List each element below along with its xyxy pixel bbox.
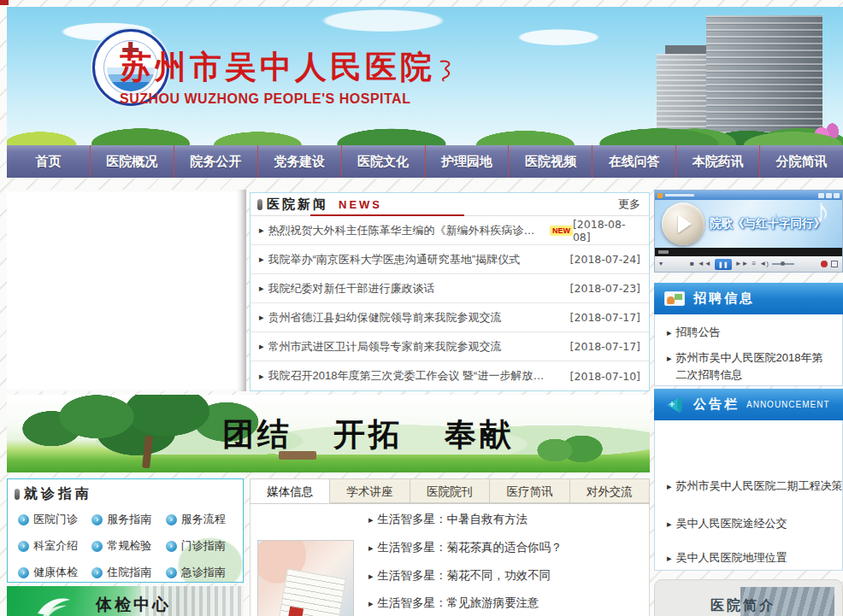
- nav-item-open-affairs[interactable]: 院务公开: [174, 145, 258, 178]
- seek-label-decor: [658, 250, 669, 254]
- blue-circle-icon: ›: [91, 567, 103, 578]
- guide-item-label: 常规检验: [107, 538, 151, 554]
- visit-guide-section: 就诊指南 ›医院门诊 ›服务指南 ›服务流程 ›科室介绍 ›常规检验 ›门诊指南…: [7, 478, 244, 583]
- guide-item-outpatient-guide[interactable]: ›门诊指南: [166, 538, 239, 554]
- video-caption: 院歌《与红十字同行》: [710, 216, 825, 232]
- bullet-arrow-icon: ▸: [259, 341, 264, 352]
- media-item[interactable]: ▸生活智多星：菊花不同，功效不同: [368, 568, 551, 584]
- nav-item-nursing[interactable]: 护理园地: [426, 145, 510, 178]
- media-item[interactable]: ▸生活智多星：菊花茶真的适合你吗？: [368, 540, 563, 555]
- play-button[interactable]: [662, 202, 704, 245]
- record-icon[interactable]: [821, 261, 828, 267]
- player-titlebar: [655, 191, 842, 200]
- media-tabs-section: 媒体信息 学术讲座 医院院刊 医疗简讯 对外交流 ▸生活智多星：中暑自救有方法 …: [250, 478, 650, 616]
- previous-icon[interactable]: ◄◄: [698, 261, 711, 267]
- recruit-item[interactable]: ▸苏州市吴中人民医院2018年第二次招聘信息: [655, 345, 842, 388]
- media-item[interactable]: ▸生活智多星：中暑自救有方法: [368, 512, 528, 527]
- news-row[interactable]: ▸ 我院召开2018年度第三次党委工作会议 暨“进一步解放思想 [2018-07…: [251, 361, 649, 390]
- nav-item-pharmacy-news[interactable]: 本院药讯: [676, 145, 760, 178]
- media-item[interactable]: ▸生活智多星：常见旅游病要注意: [368, 595, 539, 611]
- video-player[interactable]: ♪ ♪ 院歌《与红十字同行》 ▾ ■ ◄◄ ❚❚ ►► ≡ ◄): [654, 190, 843, 273]
- news-item-title[interactable]: 我院纪委对新任干部进行廉政谈话: [268, 281, 435, 296]
- news-item-title[interactable]: 常州市武进区卫计局领导专家前来我院参观交流: [268, 339, 502, 355]
- media-photo: [257, 540, 354, 616]
- news-row[interactable]: ▸ 贵州省德江县妇幼保健院领导前来我院参观交流 [2018-07-17]: [251, 303, 649, 332]
- small-tree-decor: [532, 436, 609, 465]
- checkup-center-banner[interactable]: 体检中心: [7, 586, 244, 616]
- nav-item-culture[interactable]: 医院文化: [342, 145, 426, 178]
- player-logo-icon: [657, 193, 663, 198]
- next-icon[interactable]: ►►: [735, 261, 749, 267]
- tab-medical-briefs[interactable]: 医疗简讯: [490, 479, 569, 503]
- hospital-name-cn-text: 苏州市吴中人民医院: [120, 50, 435, 85]
- volume-icon[interactable]: ◄): [759, 261, 769, 267]
- news-more-link[interactable]: 更多: [618, 197, 640, 212]
- news-row[interactable]: ▸ 常州市武进区卫计局领导专家前来我院参观交流 [2018-07-17]: [251, 332, 649, 361]
- announcement-section: 公告栏 ANNOUNCEMENT ▸苏州市吴中人民医院二期工程决策事 ▸吴中人民…: [654, 389, 843, 571]
- checkup-logo-icon: [31, 588, 77, 616]
- news-item-title[interactable]: 我院举办“南京医科大学医患沟通研究基地”揭牌仪式: [268, 252, 521, 267]
- tab-academic-lectures[interactable]: 学术讲座: [330, 479, 410, 503]
- seek-bar[interactable]: [655, 248, 842, 256]
- nav-item-online-qa[interactable]: 在线问答: [592, 145, 676, 178]
- blue-circle-icon: ›: [166, 567, 177, 578]
- guide-item-inpatient-guide[interactable]: ›住院指南: [91, 565, 165, 580]
- guide-item-routine-tests[interactable]: ›常规检验: [91, 538, 165, 554]
- announcement-item-text: 吴中人民医院地理位置: [676, 549, 787, 566]
- news-item-date: [2018-07-10]: [570, 370, 640, 383]
- news-item-title[interactable]: 贵州省德江县妇幼保健院领导前来我院参观交流: [268, 310, 502, 326]
- announcement-item[interactable]: ▸苏州市吴中人民医院二期工程决策事: [655, 473, 842, 499]
- announcement-item[interactable]: ▸吴中人民医院地理位置: [655, 545, 842, 571]
- playlist-icon[interactable]: ≡: [752, 261, 757, 267]
- guide-item-service-guide[interactable]: ›服务指南: [91, 512, 165, 527]
- bullet-arrow-icon: ▸: [368, 571, 374, 582]
- photo-red-block-decor: [288, 607, 304, 616]
- minimize-icon[interactable]: [818, 193, 824, 198]
- news-row[interactable]: ▸ 我院纪委对新任干部进行廉政谈话 [2018-07-23]: [251, 274, 649, 303]
- player-title-text-decor: [665, 194, 694, 197]
- nav-item-branch-news[interactable]: 分院简讯: [760, 145, 843, 178]
- volume-slider[interactable]: [772, 263, 794, 265]
- close-icon[interactable]: [834, 193, 840, 198]
- nav-item-overview[interactable]: 医院概况: [91, 145, 174, 178]
- stop-icon[interactable]: ■: [690, 261, 694, 267]
- maximize-icon[interactable]: [826, 193, 832, 198]
- guide-item-service-flow[interactable]: ›服务流程: [166, 512, 239, 527]
- media-item-text: 生活智多星：中暑自救有方法: [378, 512, 528, 527]
- player-screen[interactable]: ♪ ♪ 院歌《与红十字同行》: [655, 200, 842, 248]
- nav-item-home[interactable]: 首页: [7, 145, 91, 178]
- pause-button[interactable]: ❚❚: [715, 259, 732, 270]
- bullet-arrow-icon: ▸: [667, 479, 672, 495]
- guide-item-outpatient[interactable]: ›医院门诊: [18, 512, 91, 527]
- guide-item-label: 医院门诊: [33, 512, 78, 527]
- guide-item-departments[interactable]: ›科室介绍: [18, 538, 91, 554]
- hospital-name-cn: 苏州市吴中人民医院: [120, 46, 479, 89]
- news-item-date: [2018-07-24]: [570, 253, 640, 266]
- news-row[interactable]: ▸ 热烈祝贺大外科主任陈革华主编的《新编外科疾病诊断与治 NEW [2018-0…: [251, 216, 649, 245]
- nav-item-party-building[interactable]: 党务建设: [258, 145, 342, 178]
- blue-circle-icon: ›: [18, 567, 29, 578]
- tab-hospital-journal[interactable]: 医院院刊: [410, 479, 490, 503]
- guide-item-emergency-guide[interactable]: ›急诊指南: [166, 565, 239, 580]
- guide-item-label: 服务指南: [107, 512, 151, 527]
- header-trees-decor: [7, 118, 843, 145]
- news-item-date: [2018-07-23]: [570, 282, 640, 295]
- bullet-arrow-icon: ▸: [259, 225, 264, 236]
- fullscreen-toggle-icon[interactable]: [831, 261, 838, 267]
- nav-item-video[interactable]: 医院视频: [509, 145, 592, 178]
- options-dropdown-icon[interactable]: ▾: [659, 261, 663, 267]
- hospital-intro-card[interactable]: 医院简介: [654, 579, 843, 616]
- guide-item-health-checkup[interactable]: ›健康体检: [18, 565, 91, 580]
- announcement-item[interactable]: ▸吴中人民医院途经公交: [655, 511, 842, 537]
- slogan-word: 开拓: [333, 414, 404, 456]
- news-row[interactable]: ▸ 我院举办“南京医科大学医患沟通研究基地”揭牌仪式 [2018-07-24]: [251, 245, 649, 274]
- tab-bar: 媒体信息 学术讲座 医院院刊 医疗简讯 对外交流: [250, 478, 650, 504]
- recruit-list: ▸招聘公告 ▸苏州市吴中人民医院2018年第二次招聘信息: [655, 314, 842, 388]
- tab-external-exchange[interactable]: 对外交流: [570, 479, 649, 503]
- tab-media-info[interactable]: 媒体信息: [251, 479, 330, 503]
- news-item-date: [2018-07-17]: [570, 340, 640, 353]
- recruit-item[interactable]: ▸招聘公告: [655, 320, 842, 345]
- slogan-text: 团结 开拓 奉献: [222, 414, 515, 456]
- news-item-title[interactable]: 热烈祝贺大外科主任陈革华主编的《新编外科疾病诊断与治: [268, 223, 545, 238]
- news-item-title[interactable]: 我院召开2018年度第三次党委工作会议 暨“进一步解放思想: [268, 368, 551, 384]
